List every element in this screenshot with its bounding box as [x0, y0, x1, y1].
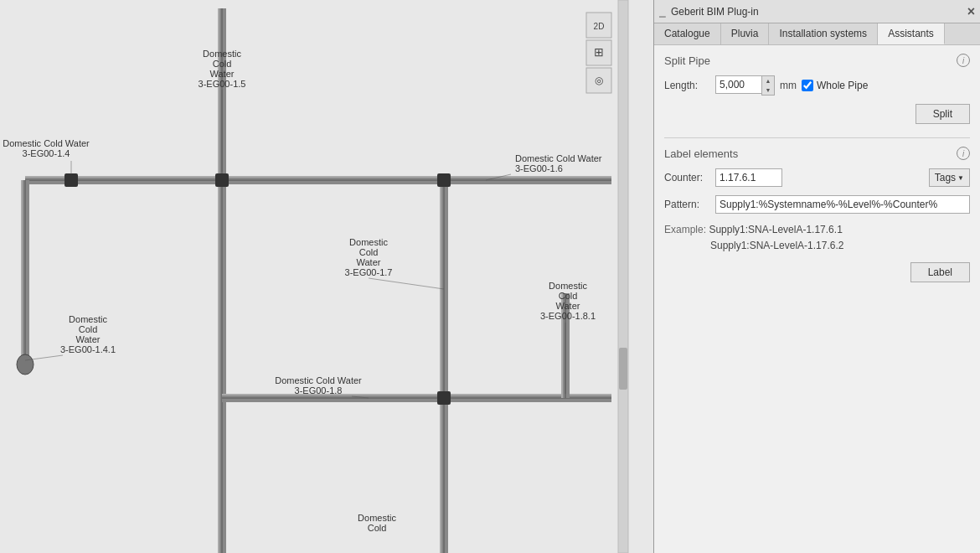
length-row: Length: ▲ ▼ mm Whole Pipe	[664, 75, 970, 96]
close-button[interactable]: ×	[967, 4, 975, 19]
svg-rect-26	[64, 173, 78, 187]
panel-content: Split Pipe i Length: ▲ ▼ mm Whole Pipe S…	[654, 45, 980, 553]
svg-text:Domestic Cold Water: Domestic Cold Water	[3, 138, 90, 148]
svg-text:Domestic Cold Water: Domestic Cold Water	[275, 375, 362, 385]
example-line-1: Supply1:SNA-LevelA-1.17.6.1	[709, 224, 842, 235]
tab-assistants[interactable]: Assistants	[878, 23, 945, 44]
label-elements-title: Label elements	[664, 147, 738, 160]
svg-rect-0	[0, 0, 653, 553]
unit-label: mm	[780, 80, 797, 91]
length-spinner: ▲ ▼	[715, 75, 775, 96]
counter-label: Counter:	[664, 172, 710, 183]
svg-text:Water: Water	[556, 301, 580, 311]
pattern-input[interactable]	[715, 195, 970, 214]
whole-pipe-label: Whole Pipe	[817, 80, 868, 91]
length-label: Length:	[664, 80, 710, 91]
svg-text:3-EG00-1.8: 3-EG00-1.8	[295, 385, 343, 395]
cad-drawing: Domestic Cold Water 3-EG00-1.5 Domestic …	[0, 0, 653, 553]
pattern-label: Pattern:	[664, 199, 710, 210]
svg-text:Cold: Cold	[368, 523, 387, 533]
label-elements-info-icon[interactable]: i	[957, 147, 970, 160]
svg-text:Cold: Cold	[559, 291, 578, 301]
svg-text:Cold: Cold	[213, 59, 232, 69]
svg-text:Domestic: Domestic	[69, 314, 107, 324]
tab-pluvia[interactable]: Pluvia	[721, 23, 770, 44]
label-button-row: Label	[664, 262, 970, 282]
svg-rect-29	[437, 391, 451, 405]
title-bar: ⎯ Geberit BIM Plug-in ×	[654, 0, 980, 23]
length-input[interactable]	[715, 75, 761, 94]
svg-text:Water: Water	[76, 334, 101, 344]
example-line-2: Supply1:SNA-LevelA-1.17.6.2	[710, 240, 843, 251]
svg-text:Water: Water	[210, 69, 235, 79]
svg-rect-28	[437, 173, 451, 187]
tabs-bar: CataloguePluviaInstallation systemsAssis…	[654, 23, 980, 45]
tags-button[interactable]: Tags ▼	[929, 168, 970, 187]
svg-text:Domestic: Domestic	[358, 513, 396, 523]
counter-row: Counter: Tags ▼	[664, 168, 970, 187]
example-text: Example: Supply1:SNA-LevelA-1.17.6.1 Sup…	[664, 222, 970, 254]
tags-arrow-icon: ▼	[957, 174, 964, 182]
svg-point-25	[17, 354, 34, 375]
svg-text:Domestic: Domestic	[349, 237, 388, 247]
section-divider	[664, 137, 970, 138]
svg-text:⊞: ⊞	[594, 45, 604, 59]
svg-text:3-EG00-1.6: 3-EG00-1.6	[515, 163, 563, 173]
svg-text:3-EG00-1.4.1: 3-EG00-1.4.1	[60, 344, 116, 354]
label-elements-header: Label elements i	[664, 147, 970, 160]
spinner-up-button[interactable]: ▲	[762, 76, 774, 85]
counter-input[interactable]	[715, 168, 782, 187]
split-pipe-title: Split Pipe	[664, 54, 710, 67]
svg-text:Water: Water	[357, 257, 381, 267]
app-title: Geberit BIM Plug-in	[671, 6, 962, 18]
tab-catalogue[interactable]: Catalogue	[654, 23, 721, 44]
svg-text:3-EG00-1.7: 3-EG00-1.7	[345, 267, 393, 277]
svg-text:3-EG00-1.5: 3-EG00-1.5	[199, 79, 246, 89]
svg-text:2D: 2D	[594, 22, 605, 31]
svg-text:3-EG00-1.4: 3-EG00-1.4	[23, 148, 70, 158]
svg-text:Cold: Cold	[359, 247, 379, 257]
split-button-row: Split	[664, 104, 970, 124]
split-pipe-info-icon[interactable]: i	[957, 54, 970, 67]
svg-text:Cold: Cold	[79, 324, 98, 334]
right-panel: ⎯ Geberit BIM Plug-in × CataloguePluviaI…	[653, 0, 980, 553]
tab-installation-systems[interactable]: Installation systems	[769, 23, 878, 44]
split-pipe-header: Split Pipe i	[664, 54, 970, 67]
svg-rect-27	[215, 173, 229, 187]
label-button[interactable]: Label	[910, 262, 970, 282]
pattern-row: Pattern:	[664, 195, 970, 214]
svg-text:Domestic Cold Water: Domestic Cold Water	[515, 153, 602, 163]
svg-text:Domestic: Domestic	[549, 281, 587, 291]
svg-text:3-EG00-1.8.1: 3-EG00-1.8.1	[540, 311, 596, 321]
svg-rect-67	[618, 0, 628, 553]
example-prefix: Example:	[664, 224, 706, 235]
spinner-buttons: ▲ ▼	[761, 75, 775, 96]
tags-button-label: Tags	[935, 172, 956, 183]
cad-viewport: Domestic Cold Water 3-EG00-1.5 Domestic …	[0, 0, 653, 553]
whole-pipe-wrapper: Whole Pipe	[802, 80, 868, 91]
svg-text:Domestic: Domestic	[203, 49, 241, 59]
whole-pipe-checkbox[interactable]	[802, 80, 813, 91]
spinner-down-button[interactable]: ▼	[762, 85, 774, 95]
pin-icon[interactable]: ⎯	[659, 5, 666, 18]
split-button[interactable]: Split	[916, 104, 970, 124]
svg-text:◎: ◎	[595, 75, 603, 86]
svg-rect-68	[619, 348, 627, 390]
